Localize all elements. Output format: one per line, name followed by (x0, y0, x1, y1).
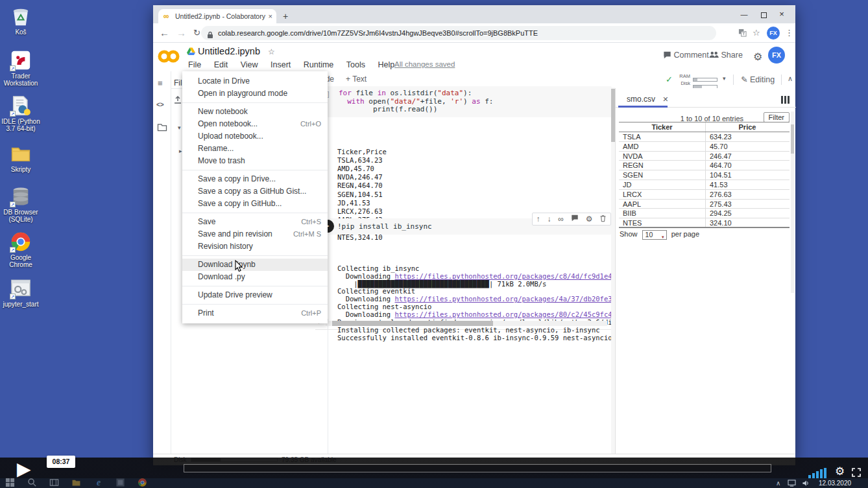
tray-volume-icon[interactable] (802, 480, 810, 488)
file-menu-item[interactable] (182, 286, 328, 286)
upload-icon[interactable] (174, 95, 182, 106)
taskbar-file-explorer-icon[interactable] (71, 478, 82, 488)
seek-bar[interactable] (184, 464, 771, 472)
file-menu-item[interactable]: Revision history (182, 240, 328, 253)
file-menu-item[interactable]: Save and pin revision Ctrl+M S (182, 228, 328, 240)
files-tab-icon[interactable] (157, 122, 167, 134)
file-menu-item[interactable] (182, 102, 328, 103)
settings-gear-icon[interactable]: ⚙ (753, 51, 762, 63)
tray-network-icon[interactable] (788, 480, 796, 488)
desktop-icon-google-chrome[interactable]: ↗ Google Chrome (0, 231, 42, 268)
play-button[interactable]: ▶ (17, 458, 31, 480)
editing-mode-button[interactable]: ✎ Editing (741, 75, 775, 84)
file-menu-item[interactable]: Move to trash (182, 155, 328, 167)
close-preview-icon[interactable]: ✕ (662, 95, 668, 103)
file-menu-item[interactable]: New notebook (182, 106, 328, 118)
menubar-item-file[interactable]: File (183, 59, 206, 71)
scrollbar-thumb[interactable] (791, 124, 794, 154)
file-menu-item[interactable]: Download .py (182, 271, 328, 283)
menubar-item-runtime[interactable]: Runtime (298, 59, 339, 71)
menubar-item-tools[interactable]: Tools (341, 59, 370, 71)
fullscreen-icon[interactable] (851, 467, 862, 480)
cell-settings-gear-icon[interactable]: ⚙ (586, 215, 593, 224)
file-menu-item[interactable]: Save a copy as a GitHub Gist... (182, 185, 328, 198)
code-editor[interactable]: for file in os.listdir("data"): with ope… (315, 86, 612, 117)
delete-cell-icon[interactable] (599, 215, 607, 224)
taskbar-chrome-icon[interactable] (138, 478, 148, 488)
collapse-header-icon[interactable]: ∧ (788, 75, 793, 83)
column-header-ticker[interactable]: Ticker (619, 122, 706, 132)
comment-button[interactable]: Comment (663, 51, 709, 60)
star-notebook-icon[interactable]: ☆ (268, 47, 275, 56)
code-editor[interactable]: !pip install ib_insync (337, 222, 432, 231)
browser-tab[interactable]: ∞ Untitled2.ipynb - Colaboratory × (158, 9, 276, 23)
refresh-icon[interactable]: ↻ (193, 23, 200, 43)
resources-dropdown-icon[interactable]: ▾ (723, 75, 726, 82)
notebook-title[interactable]: Untitled2.ipynb (198, 46, 260, 56)
folder-dropdown-icon[interactable]: ▾ (178, 124, 181, 131)
horizontal-scrollbar[interactable] (326, 321, 607, 326)
menubar-item-view[interactable]: View (235, 59, 263, 71)
file-menu-item[interactable] (182, 213, 328, 213)
tab-close-icon[interactable]: × (269, 9, 272, 23)
move-cell-up-icon[interactable]: ↑ (536, 215, 540, 224)
browser-menu-icon[interactable]: ⋮ (785, 23, 793, 43)
desktop-icon-db-browser[interactable]: ↗ DB Browser (SQLite) (0, 185, 42, 223)
file-menu-item[interactable]: Download .ipynb (182, 259, 328, 271)
share-button[interactable]: Share (709, 51, 743, 60)
menubar-item-edit[interactable]: Edit (209, 59, 234, 71)
file-menu-item[interactable]: Save Ctrl+S (182, 216, 328, 228)
panel-scrollbar[interactable] (791, 111, 794, 293)
scrollbar-thumb[interactable] (332, 321, 493, 326)
file-menu-item[interactable]: Print Ctrl+P (182, 307, 328, 320)
file-menu-item[interactable] (182, 170, 328, 170)
table-of-contents-icon[interactable]: ≡ (158, 78, 163, 88)
filter-button[interactable]: Filter (764, 112, 790, 122)
code-cell-1[interactable]: ] for file in os.listdir("data"): with o… (315, 86, 612, 117)
file-menu-item[interactable]: Upload notebook... (182, 130, 328, 143)
desktop-icon-skripty[interactable]: Skripty (0, 143, 42, 173)
code-cell-2[interactable]: ↑ ↓ ∞ ⚙ ▶ !pip install ib_insync Collect… (315, 218, 612, 330)
file-menu-item[interactable]: Save a copy in GitHub... (182, 198, 328, 210)
tray-expand-icon[interactable]: ∧ (776, 480, 780, 487)
window-maximize-button[interactable] (754, 5, 773, 23)
file-menu-item[interactable]: Rename... (182, 143, 328, 155)
translate-icon[interactable] (738, 23, 747, 43)
add-text-button[interactable]: + Text (346, 75, 367, 84)
taskbar-app-icon[interactable] (115, 478, 126, 488)
volume-bars-icon[interactable] (808, 468, 829, 478)
file-menu-item[interactable]: Save a copy in Drive... (182, 173, 328, 185)
task-view-icon[interactable] (49, 478, 60, 488)
desktop-icon-recycle-bin[interactable]: Koš (0, 5, 42, 36)
link-cell-icon[interactable]: ∞ (558, 215, 564, 224)
window-minimize-button[interactable]: — (734, 5, 754, 23)
column-header-price[interactable]: Price (706, 122, 789, 132)
forward-icon[interactable]: → (176, 23, 186, 43)
desktop-icon-trader-workstation[interactable]: ↗ Trader Workstation (0, 49, 42, 87)
menubar-item-insert[interactable]: Insert (265, 59, 296, 71)
window-close-button[interactable]: × (772, 5, 791, 23)
new-tab-button[interactable]: + (283, 9, 288, 23)
browser-profile-avatar[interactable]: FX (767, 27, 780, 40)
start-button-icon[interactable] (5, 478, 16, 488)
expand-item-icon[interactable]: ▸ (179, 148, 182, 154)
back-icon[interactable]: ← (160, 23, 169, 43)
move-cell-down-icon[interactable]: ↓ (547, 215, 551, 224)
page-size-select[interactable]: 10 ▾ (642, 230, 667, 240)
preview-tab-smo-csv[interactable]: smo.csv ✕ (627, 95, 669, 104)
file-menu-item[interactable]: Update Drive preview (182, 289, 328, 301)
desktop-icon-idle-python[interactable]: ↗ IDLE (Python 3.7 64-bit) (0, 95, 42, 132)
url-bar[interactable]: colab.research.google.com/drive/10m7ZZ5V… (201, 26, 716, 40)
desktop-icon-jupyter-start[interactable]: ↗ jupyter_start (0, 277, 42, 308)
file-menu-item[interactable]: Open in playground mode (182, 87, 328, 100)
bookmark-star-icon[interactable]: ☆ (753, 23, 760, 43)
player-settings-gear-icon[interactable]: ⚙ (835, 465, 845, 478)
file-menu-item[interactable]: Open notebook... Ctrl+O (182, 118, 328, 130)
file-menu-item[interactable] (182, 255, 328, 256)
file-menu-item[interactable]: Locate in Drive (182, 75, 328, 87)
colab-user-avatar[interactable]: FX (768, 47, 785, 64)
comment-cell-icon[interactable] (571, 215, 579, 224)
code-snippets-icon[interactable]: <> (156, 101, 164, 108)
file-menu-item[interactable] (182, 304, 328, 305)
taskbar-internet-explorer-icon[interactable]: e (93, 478, 104, 488)
